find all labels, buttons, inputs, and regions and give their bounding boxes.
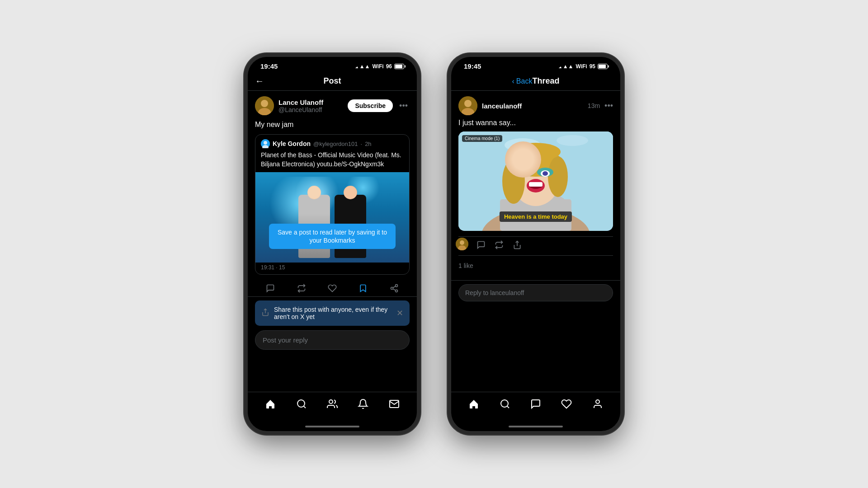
svg-line-9 — [393, 289, 396, 290]
back-chevron-icon: ‹ — [512, 77, 514, 85]
post-text: My new jam — [248, 121, 417, 134]
quoted-tweet-text: Planet of the Bass - Official Music Vide… — [255, 151, 409, 172]
thread-post: lanceulanoff 13m ••• I just wanna say... — [451, 91, 620, 280]
thread-nav-search[interactable] — [497, 396, 513, 415]
svg-point-20 — [557, 135, 588, 146]
thread-reply-area: Reply to lanceulanoff — [451, 280, 620, 305]
back-label: Back — [516, 77, 533, 85]
home-indicator-left — [305, 426, 359, 427]
svg-line-10 — [393, 286, 396, 288]
svg-point-35 — [542, 171, 548, 176]
battery-percent: 96 — [386, 63, 392, 70]
quoted-tweet-timestamp: 19:31 · 15 — [255, 263, 409, 274]
thread-content: lanceulanoff 13m ••• I just wanna say... — [451, 91, 620, 392]
battery-percent-right: 95 — [590, 63, 595, 70]
svg-point-45 — [596, 400, 599, 404]
svg-point-8 — [395, 290, 397, 292]
svg-point-32 — [522, 170, 531, 177]
share-tooltip-icon — [261, 308, 269, 319]
thread-actions — [458, 236, 613, 256]
right-phone: 19:45 ▲▲▲ WiFi 95 ‹ Back Thread — [448, 53, 624, 435]
status-icons-left: ▲▲▲ WiFi 96 — [354, 63, 404, 70]
nav-people-button[interactable] — [324, 396, 340, 415]
left-phone: 19:45 ▲▲▲ WiFi 96 ← Post — [244, 53, 420, 435]
reply-input-field[interactable]: Post your reply — [255, 330, 410, 350]
svg-point-6 — [395, 285, 397, 287]
thread-header-title: Thread — [532, 76, 559, 86]
subscribe-button[interactable]: Subscribe — [348, 99, 393, 112]
battery-fill — [395, 65, 402, 68]
thread-post-time: 13m — [588, 102, 600, 109]
thread-reply-button[interactable] — [476, 240, 486, 252]
home-indicator-right — [509, 426, 563, 427]
back-button[interactable]: ← — [255, 76, 264, 86]
bookmark-tooltip: Save a post to read later by saving it t… — [269, 224, 396, 249]
nav-search-button[interactable] — [293, 396, 310, 415]
thread-share-button[interactable] — [513, 240, 522, 252]
thread-author-name: lanceulanoff — [482, 102, 583, 110]
thread-nav-home[interactable] — [466, 396, 482, 415]
svg-point-41 — [460, 240, 464, 245]
svg-line-44 — [507, 406, 509, 408]
svg-point-30 — [518, 168, 534, 177]
thread-more-options[interactable]: ••• — [604, 101, 613, 111]
battery-icon-right — [598, 64, 608, 69]
battery-icon — [394, 64, 404, 69]
share-action-button[interactable] — [390, 284, 399, 293]
wifi-icon: WiFi — [372, 63, 383, 70]
phones-container: 19:45 ▲▲▲ WiFi 96 ← Post — [244, 53, 624, 435]
thread-author-avatar — [458, 96, 477, 115]
post-header-title: Post — [323, 76, 341, 86]
svg-point-16 — [464, 100, 472, 107]
thread-likes-count: 1 like — [458, 259, 613, 275]
svg-point-28 — [548, 156, 568, 197]
svg-point-29 — [511, 143, 561, 161]
notch-right — [509, 57, 563, 70]
post-author-row: Lance Ulanoff @LanceUlanoff Subscribe ••… — [248, 91, 417, 121]
video-caption: Heaven is a time today — [500, 211, 572, 222]
author-handle: @LanceUlanoff — [278, 106, 343, 113]
svg-line-13 — [303, 406, 305, 408]
thread-nav-likes[interactable] — [558, 396, 575, 415]
share-tooltip-close[interactable]: ✕ — [396, 308, 403, 318]
post-content: Lance Ulanoff @LanceUlanoff Subscribe ••… — [248, 91, 417, 392]
nav-notifications-button[interactable] — [355, 396, 371, 415]
thread-author-row: lanceulanoff 13m ••• — [458, 96, 613, 115]
quoted-post-time-val: 2h — [365, 141, 371, 147]
quoted-tweet[interactable]: Kyle Gordon @kylegordon101 · 2h Planet o… — [255, 134, 410, 275]
reply-avatar — [456, 238, 468, 250]
thread-reply-input[interactable]: Reply to lanceulanoff — [458, 284, 613, 301]
svg-point-33 — [524, 171, 529, 176]
share-tooltip-text: Share this post with anyone, even if the… — [274, 306, 392, 320]
thread-repost-button[interactable] — [495, 240, 504, 252]
share-tooltip-banner: Share this post with anyone, even if the… — [255, 300, 410, 326]
author-avatar — [255, 96, 274, 115]
nav-home-button[interactable] — [262, 396, 278, 415]
battery-fill-right — [599, 65, 606, 68]
wifi-icon-right: WiFi — [576, 63, 587, 70]
status-icons-right: ▲▲▲ WiFi 95 — [557, 63, 608, 70]
svg-point-27 — [502, 159, 525, 204]
svg-point-12 — [297, 400, 305, 407]
status-time-left: 19:45 — [260, 62, 278, 70]
like-action-button[interactable] — [328, 284, 337, 293]
quoted-author-handle: @kylegordon101 — [313, 141, 358, 147]
nav-messages-button[interactable] — [386, 396, 402, 415]
bottom-nav-left — [248, 392, 417, 424]
thread-author-info: lanceulanoff — [482, 102, 583, 110]
bookmark-action-button[interactable] — [359, 284, 368, 293]
notch — [305, 57, 359, 70]
svg-point-7 — [391, 287, 393, 290]
retweet-action-button[interactable] — [297, 284, 306, 293]
svg-point-4 — [264, 141, 267, 145]
more-options-button[interactable]: ••• — [397, 101, 410, 111]
thread-nav-compose[interactable] — [528, 396, 544, 415]
svg-rect-38 — [529, 182, 542, 187]
back-button-right[interactable]: ‹ Back — [512, 77, 533, 85]
thread-video[interactable]: Cinema mode (1) Heaven is a time today — [458, 131, 613, 231]
quoted-author-avatar — [261, 139, 270, 148]
cinema-badge: Cinema mode (1) — [462, 135, 502, 142]
thread-nav-profile[interactable] — [590, 396, 606, 415]
quoted-post-time: · — [361, 141, 363, 147]
reply-action-button[interactable] — [266, 284, 275, 293]
